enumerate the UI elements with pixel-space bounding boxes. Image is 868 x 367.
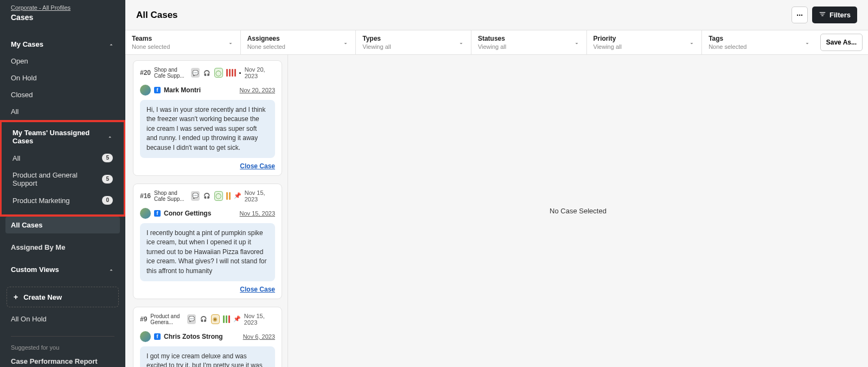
filter-label: Types — [362, 35, 391, 42]
priority-bar — [226, 69, 228, 77]
section-header-unassigned[interactable]: My Teams' Unassigned Cases — [2, 124, 124, 149]
chat-icon: 💬 — [187, 314, 196, 324]
chevron-up-icon — [108, 41, 114, 48]
empty-state: No Case Selected — [550, 207, 607, 215]
section-header-custom-views[interactable]: Custom Views — [0, 261, 125, 278]
sidebar-item-closed[interactable]: Closed — [0, 86, 125, 103]
card-header: #16Shop and Cafe Supp...💬🎧◯📌Nov 15, 2023 — [140, 189, 275, 203]
filter-sub: Viewing all — [593, 43, 622, 50]
sidebar: Corporate - All Profiles Cases My Cases … — [0, 0, 125, 367]
priority-bar — [232, 69, 233, 77]
case-card[interactable]: #9Product and Genera...💬🎧◉📌Nov 15, 2023f… — [133, 307, 282, 367]
chevron-up-icon — [107, 134, 113, 140]
plus-icon: + — [14, 293, 18, 301]
user-name: Chris Zotos Strong — [164, 333, 223, 340]
user-date: Nov 6, 2023 — [243, 333, 275, 340]
button-label: Filters — [829, 11, 851, 19]
sidebar-item-case-performance[interactable]: Case Performance Report — [0, 353, 125, 367]
sidebar-item-on-hold[interactable]: On Hold — [0, 69, 125, 86]
filter-sub: Viewing all — [362, 43, 391, 50]
sidebar-item-unassigned-product-marketing[interactable]: Product Marketing 0 — [2, 192, 124, 209]
nav-label: Closed — [11, 91, 33, 99]
filter-label: Statuses — [478, 35, 506, 42]
nav-label: All Cases — [11, 221, 43, 229]
more-button[interactable]: ··· — [792, 7, 808, 23]
chevron-up-icon — [108, 267, 114, 273]
headset-icon: 🎧 — [203, 191, 211, 201]
count-badge: 5 — [102, 154, 113, 162]
breadcrumb[interactable]: Corporate - All Profiles — [11, 4, 114, 11]
status-icon: ◯ — [214, 191, 223, 201]
sidebar-item-all-on-hold[interactable]: All On Hold — [0, 311, 125, 327]
filter-statuses[interactable]: StatusesViewing all — [471, 30, 587, 54]
sidebar-item-unassigned-all[interactable]: All 5 — [2, 149, 124, 167]
priority-bar — [223, 315, 225, 323]
case-id: #20 — [140, 69, 151, 77]
sidebar-title: Cases — [11, 13, 114, 22]
nav-label: Case Performance Report — [11, 357, 98, 365]
filter-assignees[interactable]: AssigneesNone selected — [241, 30, 356, 54]
user-date: Nov 15, 2023 — [240, 210, 275, 217]
nav-label: All — [11, 107, 18, 116]
count-badge: 5 — [102, 175, 113, 184]
filter-teams[interactable]: TeamsNone selected — [125, 30, 241, 54]
priority-bar — [226, 192, 228, 200]
section-label: My Teams' Unassigned Cases — [12, 129, 107, 145]
save-as-button[interactable]: Save As... — [820, 34, 863, 51]
avatar — [140, 331, 151, 342]
filter-types[interactable]: TypesViewing all — [356, 30, 471, 54]
main: All Cases ··· Filters TeamsNone selected… — [125, 0, 868, 367]
chat-icon: 💬 — [191, 68, 199, 78]
priority-bars — [226, 192, 231, 200]
sidebar-item-open[interactable]: Open — [0, 53, 125, 69]
create-new-button[interactable]: + Create New — [7, 287, 119, 307]
filter-sub: None selected — [132, 43, 170, 50]
filter-sub: None selected — [247, 43, 285, 50]
team-name: Shop and Cafe Supp... — [154, 67, 188, 79]
chevron-down-icon — [688, 39, 695, 46]
top-actions: ··· Filters — [792, 7, 857, 23]
suggested-label: Suggested for you — [0, 337, 125, 353]
case-card[interactable]: #20Shop and Cafe Supp...💬🎧◯▪Nov 20, 2023… — [133, 60, 282, 176]
priority-bar — [226, 315, 227, 323]
card-head-date: Nov 20, 2023 — [245, 66, 275, 79]
filter-sub: None selected — [709, 43, 746, 50]
status-icon: ◉ — [211, 314, 220, 324]
nav-label: Assigned By Me — [11, 243, 65, 251]
top-bar: All Cases ··· Filters — [125, 0, 868, 30]
pin-icon: 📌 — [233, 315, 241, 322]
chevron-down-icon — [342, 39, 349, 46]
chevron-down-icon — [458, 39, 464, 46]
facebook-icon: f — [154, 87, 161, 93]
nav-label: All — [12, 154, 20, 162]
filters-button[interactable]: Filters — [812, 7, 857, 23]
sidebar-item-all-cases[interactable]: All Cases — [5, 217, 120, 233]
case-card[interactable]: #16Shop and Cafe Supp...💬🎧◯📌Nov 15, 2023… — [133, 184, 282, 299]
filter-label: Tags — [709, 35, 746, 42]
priority-bars — [223, 315, 230, 323]
nav-label: All On Hold — [11, 315, 47, 323]
avatar — [140, 208, 151, 219]
count-badge: 0 — [102, 196, 113, 205]
filter-priority[interactable]: PriorityViewing all — [587, 30, 703, 54]
priority-bar — [234, 69, 236, 77]
section-header-my-cases[interactable]: My Cases — [0, 36, 125, 53]
case-list[interactable]: #20Shop and Cafe Supp...💬🎧◯▪Nov 20, 2023… — [125, 55, 288, 367]
section-label: Custom Views — [11, 265, 59, 274]
case-message: Hi, I was in your store recently and I t… — [140, 100, 275, 158]
case-message: I recently bought a pint of pumpkin spik… — [140, 223, 275, 281]
close-case-link[interactable]: Close Case — [140, 162, 275, 170]
sidebar-item-unassigned-product-support[interactable]: Product and General Support 5 — [2, 167, 124, 192]
highlighted-section: My Teams' Unassigned Cases All 5 Product… — [0, 120, 125, 217]
case-id: #16 — [140, 192, 151, 200]
pin-icon: ▪ — [239, 69, 241, 76]
priority-bars — [226, 69, 236, 77]
sidebar-item-all[interactable]: All — [0, 103, 125, 120]
page-title: All Cases — [136, 10, 178, 21]
chat-icon: 💬 — [191, 191, 199, 201]
section-my-cases: My Cases Open On Hold Closed All — [0, 36, 125, 120]
sidebar-item-assigned-by-me[interactable]: Assigned By Me — [0, 239, 125, 256]
filter-tags[interactable]: TagsNone selected — [702, 30, 817, 54]
close-case-link[interactable]: Close Case — [140, 286, 275, 293]
user-name: Mark Montri — [164, 86, 201, 94]
